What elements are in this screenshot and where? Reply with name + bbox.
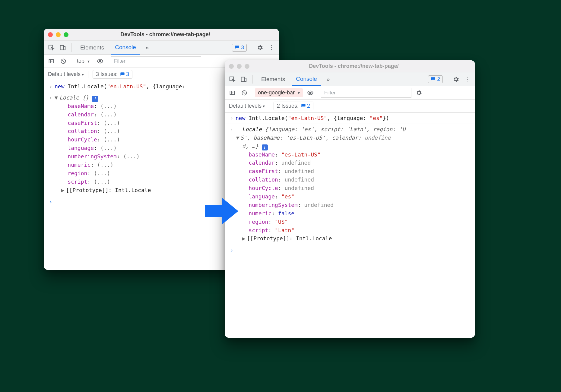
object-property[interactable]: caseFirst: (...) [55, 119, 151, 127]
object-property[interactable]: region: "US" [236, 218, 406, 226]
object-property[interactable]: language: (...) [55, 144, 151, 152]
input-caret-icon: › [228, 114, 236, 122]
settings-icon[interactable] [255, 43, 265, 52]
object-property[interactable]: numeric: (...) [55, 161, 151, 169]
object-property[interactable]: caseFirst: undefined [236, 167, 406, 175]
object-property[interactable]: collation: (...) [55, 127, 151, 135]
console-output: › new Intl.Locale("en-Latn-US", {languag… [225, 113, 475, 338]
maximize-icon[interactable] [64, 32, 68, 37]
levels-selector[interactable]: Default levels [48, 71, 84, 77]
levels-selector[interactable]: Default levels [229, 103, 265, 109]
object-property[interactable]: language: "es" [236, 192, 406, 201]
svg-rect-9 [230, 91, 235, 95]
more-menu-icon[interactable]: ⋮ [267, 43, 276, 52]
issues-label: 3 Issues: [96, 71, 118, 77]
settings-icon[interactable] [452, 75, 461, 84]
object-property[interactable]: numberingSystem: (...) [55, 152, 151, 161]
tab-elements[interactable]: Elements [257, 73, 289, 86]
maximize-icon[interactable] [245, 64, 249, 69]
object-property[interactable]: region: (...) [55, 169, 151, 178]
close-icon[interactable] [48, 32, 53, 37]
toggle-sidebar-icon[interactable] [47, 57, 56, 66]
device-toggle-icon[interactable] [58, 43, 67, 52]
live-expression-icon[interactable] [96, 57, 105, 66]
traffic-lights [229, 64, 249, 69]
object-property[interactable]: numeric: false [236, 209, 406, 218]
return-caret-icon [47, 93, 55, 102]
context-label: one-google-bar [258, 90, 295, 96]
console-prompt[interactable]: › [225, 244, 475, 256]
object-summary[interactable]: Locale {language: 'es', script: 'Latn', … [236, 125, 406, 150]
context-selector[interactable]: one-google-bar [255, 88, 303, 97]
toggle-sidebar-icon[interactable] [228, 88, 237, 97]
object-property[interactable]: hourCycle: (...) [55, 135, 151, 144]
context-label: top [77, 58, 84, 64]
object-property[interactable]: collation: undefined [236, 175, 406, 184]
svg-rect-3 [49, 59, 54, 63]
close-icon[interactable] [229, 64, 234, 69]
titlebar: DevTools - chrome://new-tab-page/ [225, 60, 475, 72]
device-toggle-icon[interactable] [239, 75, 248, 84]
console-settings-icon[interactable] [414, 88, 423, 97]
object-property[interactable]: calendar: (...) [55, 110, 151, 119]
live-expression-icon[interactable] [306, 88, 315, 97]
input-caret-icon: › [47, 82, 55, 91]
object-property[interactable]: script: (...) [55, 178, 151, 186]
issues-button[interactable]: 2 Issues: 2 [274, 102, 313, 110]
more-tabs-icon[interactable]: » [143, 43, 152, 52]
tab-console[interactable]: Console [111, 41, 140, 55]
info-icon[interactable]: i [92, 96, 98, 102]
filter-input[interactable] [321, 88, 411, 98]
more-tabs-icon[interactable]: » [324, 75, 333, 84]
object-property[interactable]: baseName: (...) [55, 102, 151, 110]
svg-point-11 [309, 92, 311, 94]
issues-badge-count: 2 [437, 76, 440, 82]
traffic-lights [48, 32, 68, 37]
clear-console-icon[interactable] [240, 88, 249, 97]
arrow-icon [205, 196, 238, 226]
titlebar: DevTools - chrome://new-tab-page/ [44, 29, 279, 41]
prototype-row[interactable]: ▶[[Prototype]]: Intl.Locale [55, 186, 151, 194]
console-levels-bar: Default levels 2 Issues: 2 [225, 100, 475, 113]
window-title: DevTools - chrome://new-tab-page/ [255, 63, 453, 69]
window-title: DevTools - chrome://new-tab-page/ [74, 31, 257, 38]
context-selector[interactable]: top [74, 57, 93, 65]
object-property[interactable]: script: "Latn" [236, 226, 406, 235]
filter-input[interactable] [111, 56, 201, 66]
prototype-row[interactable]: ▶[[Prototype]]: Intl.Locale [236, 234, 406, 243]
devtools-toolbar: Elements Console » 2 ⋮ [225, 72, 475, 86]
devtools-toolbar: Elements Console » 3 ⋮ [44, 41, 279, 55]
console-result-row: Locale {language: 'es', script: 'Latn', … [225, 124, 475, 244]
issues-count: 3 [126, 71, 129, 77]
object-property[interactable]: baseName: "es-Latn-US" [236, 150, 406, 159]
issues-label: 2 Issues: [277, 103, 299, 109]
inspect-icon[interactable] [47, 43, 56, 52]
minimize-icon[interactable] [237, 64, 242, 69]
return-caret-icon [228, 125, 236, 134]
svg-point-5 [99, 60, 101, 62]
minimize-icon[interactable] [56, 32, 61, 37]
issues-badge[interactable]: 2 [428, 75, 443, 83]
tab-console[interactable]: Console [292, 73, 321, 86]
object-property[interactable]: calendar: undefined [236, 159, 406, 167]
console-input-row: › new Intl.Locale("en-Latn-US", {languag… [225, 113, 475, 124]
object-property[interactable]: hourCycle: undefined [236, 184, 406, 192]
issues-count: 2 [307, 103, 310, 109]
issues-badge[interactable]: 3 [232, 44, 247, 52]
clear-console-icon[interactable] [59, 57, 68, 66]
object-property[interactable]: numberingSystem: undefined [236, 201, 406, 209]
issues-button[interactable]: 3 Issues: 3 [93, 70, 132, 79]
tab-elements[interactable]: Elements [76, 41, 108, 54]
devtools-window-right: DevTools - chrome://new-tab-page/ Elemen… [225, 60, 475, 338]
info-icon[interactable]: i [262, 144, 268, 150]
inspect-icon[interactable] [228, 75, 237, 84]
console-subtoolbar: one-google-bar [225, 86, 475, 100]
issues-badge-count: 3 [241, 45, 244, 51]
object-header[interactable]: ▼Locale {} i [55, 93, 151, 102]
more-menu-icon[interactable]: ⋮ [463, 75, 472, 84]
